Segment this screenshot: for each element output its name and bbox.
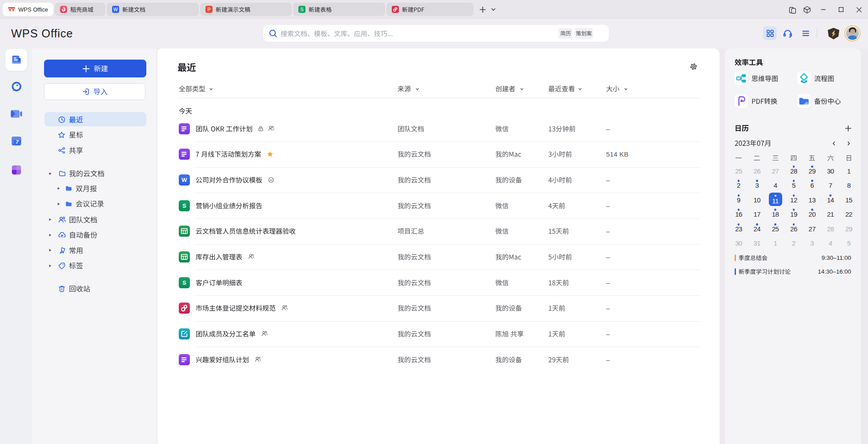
svg-text:P: P (207, 7, 210, 12)
svg-text:S: S (300, 7, 303, 12)
svg-text:7: 7 (16, 139, 19, 144)
svg-text:S: S (182, 279, 186, 286)
svg-text:W: W (113, 7, 118, 12)
svg-text:S: S (182, 202, 186, 209)
svg-text:W: W (181, 177, 187, 183)
